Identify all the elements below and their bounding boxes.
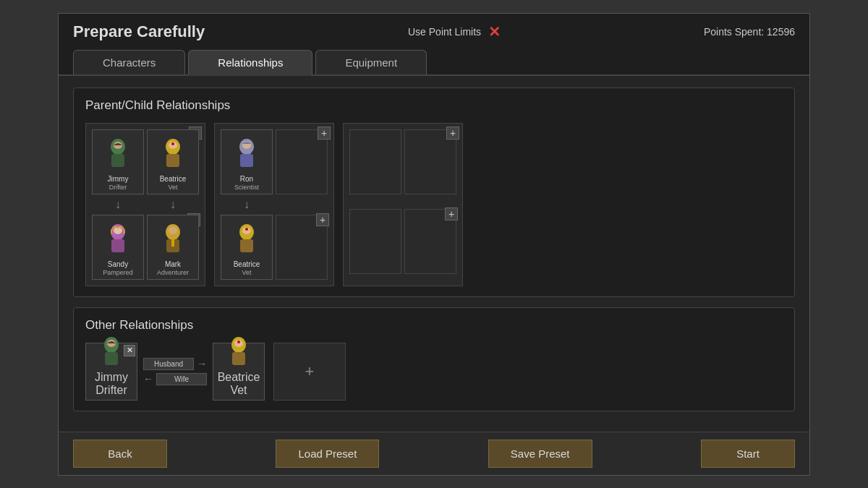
char-mark[interactable]: Mark Adventurer: [147, 215, 199, 280]
children-row-1: +: [92, 215, 199, 280]
start-button[interactable]: Start: [701, 440, 795, 468]
arrows-1: ↓ ↓: [92, 197, 199, 212]
tab-characters[interactable]: Characters: [73, 50, 185, 74]
parents-row-2: Ron Scientist: [221, 129, 328, 194]
family-slot-3: + +: [343, 123, 463, 286]
add-child-3[interactable]: +: [445, 207, 458, 221]
other-relationships-section: Other Relationships ✕: [73, 307, 795, 411]
rel-arrows-1: Husband → ← Wife: [137, 358, 213, 385]
svg-point-27: [237, 341, 240, 343]
sandy-avatar: [105, 223, 131, 259]
beatrice-name-1: Beatrice: [160, 175, 187, 184]
char-ron[interactable]: Ron Scientist: [221, 129, 273, 194]
rel-arrow-wife: ← Wife: [143, 373, 207, 385]
family-1-inner: Jimmy Drifter: [92, 129, 199, 280]
other-rel-row: ✕ Jimmy Drifter: [85, 343, 783, 401]
other-rel-title: Other Relationships: [85, 318, 783, 333]
other-char-jimmy[interactable]: ✕ Jimmy Drifter: [85, 343, 137, 401]
tab-relationships[interactable]: Relationships: [188, 50, 312, 76]
jimmy-name: Jimmy: [108, 175, 129, 184]
rel-husband-label: Husband: [143, 358, 194, 370]
beatrice-avatar-1: [160, 138, 186, 174]
main-panel: Prepare Carefully Use Point Limits ✕ Poi…: [58, 13, 810, 476]
back-button[interactable]: Back: [73, 440, 167, 468]
children-row-2: +: [221, 215, 328, 280]
add-rel-plus: +: [305, 362, 315, 381]
other-char-beatrice[interactable]: Beatrice Vet: [213, 343, 265, 401]
family-2-inner: Ron Scientist ↓ +: [221, 129, 328, 280]
svg-point-12: [169, 227, 177, 234]
remove-jimmy-rel[interactable]: ✕: [124, 345, 135, 356]
outer-background: Prepare Carefully Use Point Limits ✕ Poi…: [0, 0, 868, 488]
ron-name: Ron: [240, 175, 253, 184]
beatrice-role-2: Vet: [242, 269, 251, 276]
tabs-bar: Characters Relationships Equipment: [59, 50, 809, 76]
mark-name: Mark: [165, 260, 181, 269]
load-preset-button[interactable]: Load Preset: [276, 440, 379, 468]
parent-child-row: +: [85, 123, 783, 286]
parents-row-1: Jimmy Drifter: [92, 129, 199, 194]
arrow-right-icon: →: [197, 358, 207, 369]
mark-avatar: [160, 223, 186, 259]
beatrice-avatar-2: [234, 223, 260, 259]
arrow-down-3: ↓: [221, 197, 273, 212]
app-title: Prepare Carefully: [73, 22, 205, 41]
beatrice-other-name: Beatrice: [218, 371, 260, 384]
tab-equipment[interactable]: Equipment: [315, 50, 427, 74]
add-child-2[interactable]: +: [316, 213, 329, 226]
rel-arrow-husband: Husband →: [143, 358, 207, 370]
svg-rect-15: [240, 154, 253, 167]
other-rel-item-1: ✕ Jimmy Drifter: [85, 343, 265, 401]
family-slot-2: +: [214, 123, 334, 286]
svg-rect-4: [166, 154, 179, 167]
family-slot-1: +: [85, 123, 205, 286]
jimmy-other-name: Jimmy: [95, 371, 128, 384]
add-parent-2[interactable]: +: [318, 127, 331, 140]
svg-rect-22: [105, 352, 118, 365]
beatrice-name-2: Beatrice: [234, 260, 260, 269]
empty-parent-3a: [349, 129, 401, 194]
beatrice-other-role: Vet: [230, 384, 247, 397]
svg-rect-25: [232, 352, 245, 365]
header: Prepare Carefully Use Point Limits ✕ Poi…: [59, 14, 809, 50]
arrow-down-2: ↓: [147, 197, 199, 212]
use-point-limits-toggle[interactable]: ✕: [488, 23, 501, 40]
parent-child-title: Parent/Child Relationships: [85, 98, 783, 113]
svg-rect-8: [111, 239, 124, 252]
use-point-limits-label: Use Point Limits: [408, 26, 481, 38]
svg-rect-13: [171, 239, 174, 247]
svg-point-20: [245, 228, 248, 231]
sandy-role: Pampered: [103, 269, 133, 276]
content-area: Parent/Child Relationships +: [59, 76, 809, 432]
empty-child-3a: [349, 209, 401, 274]
char-sandy[interactable]: Sandy Pampered: [92, 215, 144, 280]
jimmy-avatar: [105, 138, 131, 174]
bottom-bar: Back Load Preset Save Preset Start: [59, 432, 809, 475]
jimmy-other-avatar: [98, 336, 124, 371]
arrows-2: ↓: [221, 197, 328, 212]
jimmy-other-role: Drifter: [95, 384, 127, 397]
points-spent-label: Points Spent: 12596: [704, 26, 795, 38]
spacer-3: [349, 194, 456, 209]
add-parent-3[interactable]: +: [446, 127, 459, 140]
char-jimmy-parent[interactable]: Jimmy Drifter: [92, 129, 144, 194]
arrow-down-1: ↓: [92, 197, 144, 212]
char-beatrice-child[interactable]: Beatrice Vet: [221, 215, 273, 280]
ron-avatar: [234, 138, 260, 174]
empty-children-3: +: [349, 209, 456, 274]
rel-wife-label: Wife: [156, 373, 207, 385]
arrow-left-icon: ←: [143, 373, 153, 385]
beatrice-role-1: Vet: [168, 184, 177, 191]
ron-role: Scientist: [234, 184, 259, 191]
svg-rect-18: [240, 239, 253, 252]
header-center: Use Point Limits ✕: [408, 23, 501, 40]
svg-point-6: [171, 142, 174, 145]
mark-role: Adventurer: [157, 269, 189, 276]
char-beatrice-parent1[interactable]: Beatrice Vet: [147, 129, 199, 194]
sandy-name: Sandy: [108, 260, 128, 269]
jimmy-role: Drifter: [109, 184, 127, 191]
empty-parents-3: [349, 129, 456, 194]
add-relationship-slot[interactable]: +: [273, 343, 346, 401]
save-preset-button[interactable]: Save Preset: [488, 440, 592, 468]
parent-child-section: Parent/Child Relationships +: [73, 87, 795, 297]
